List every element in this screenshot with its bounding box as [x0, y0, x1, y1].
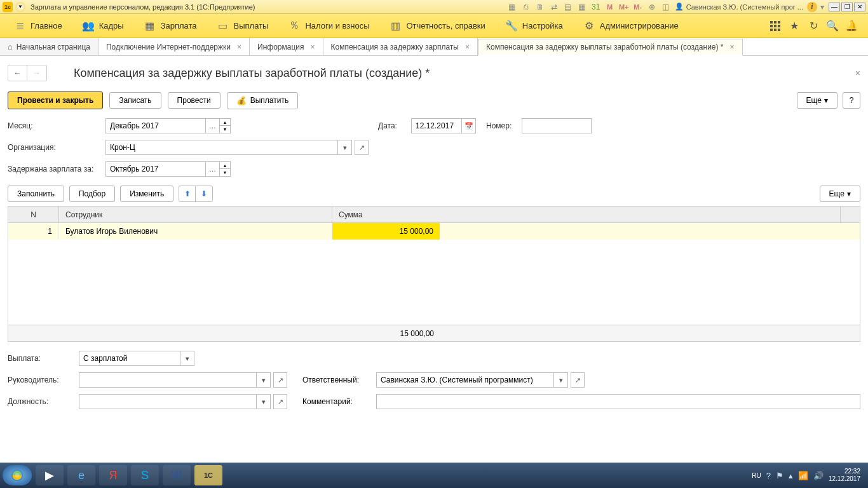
payout-select[interactable]	[79, 351, 180, 366]
task-skype-icon[interactable]: S	[131, 465, 159, 485]
month-ellipsis-button[interactable]: …	[206, 118, 220, 133]
menu-settings[interactable]: 🔧Настройка	[496, 14, 573, 37]
responsible-input[interactable]	[376, 372, 554, 388]
tray-flag-icon[interactable]: ⚑	[776, 471, 783, 480]
post-and-close-button[interactable]: Провести и закрыть	[8, 92, 103, 109]
cell-sum[interactable]: 15 000,00	[332, 223, 440, 240]
info-icon[interactable]: i	[807, 2, 817, 12]
m-plus-icon[interactable]: M+	[619, 2, 629, 12]
position-dropdown-button[interactable]: ▾	[257, 394, 271, 409]
menu-salary[interactable]: ▦Зарплата	[134, 14, 207, 37]
write-button[interactable]: Записать	[109, 92, 161, 109]
menu-reports[interactable]: ▥Отчетность, справки	[380, 14, 496, 37]
menu-payments[interactable]: ▭Выплаты	[207, 14, 279, 37]
save-icon[interactable]: ▦	[507, 2, 517, 12]
payout-dropdown-button[interactable]: ▾	[180, 351, 194, 366]
comment-input[interactable]	[376, 394, 860, 409]
tray-chevron-icon[interactable]: ▴	[789, 471, 793, 480]
delayed-spinner[interactable]: ▲▼	[220, 161, 231, 177]
table-more-button[interactable]: Еще▾	[820, 186, 860, 202]
org-input[interactable]	[105, 140, 338, 155]
change-button[interactable]: Изменить	[120, 186, 173, 202]
delayed-input[interactable]	[105, 161, 206, 177]
org-dropdown-button[interactable]: ▾	[338, 140, 352, 155]
tab-info[interactable]: Информация×	[250, 38, 323, 55]
position-open-button[interactable]: ↗	[273, 394, 287, 409]
pick-button[interactable]: Подбор	[69, 186, 115, 202]
tab-close-icon[interactable]: ×	[311, 43, 315, 51]
spinner-down-icon[interactable]: ▼	[220, 126, 230, 133]
task-yandex-icon[interactable]: Я	[99, 465, 127, 485]
page-close-icon[interactable]: ×	[855, 68, 860, 78]
month-input[interactable]	[105, 118, 206, 133]
maximize-button[interactable]: ❐	[841, 3, 853, 11]
start-button[interactable]	[3, 465, 32, 485]
history-icon[interactable]: ↻	[807, 20, 820, 32]
org-open-button[interactable]: ↗	[355, 140, 369, 155]
minimize-button[interactable]: —	[829, 3, 840, 11]
zoom-icon[interactable]: ⊕	[647, 2, 657, 12]
tab-compensation-create[interactable]: Компенсация за задержку выплаты заработн…	[478, 39, 743, 56]
print-icon[interactable]: ⎙	[521, 2, 531, 12]
tab-close-icon[interactable]: ×	[237, 43, 241, 51]
m-minus-icon[interactable]: M-	[633, 2, 643, 12]
close-button[interactable]: ✕	[854, 3, 865, 11]
manager-open-button[interactable]: ↗	[273, 372, 287, 388]
apps-icon[interactable]	[769, 20, 782, 32]
table-row[interactable]: 1 Булатов Игорь Виленович 15 000,00	[8, 223, 860, 240]
date-input[interactable]	[411, 118, 462, 133]
date-icon[interactable]: 31	[591, 2, 601, 12]
spinner-up-icon[interactable]: ▲	[220, 119, 230, 126]
tab-support[interactable]: Подключение Интернет-поддержки×	[98, 38, 250, 55]
panel-icon[interactable]: ◫	[661, 2, 671, 12]
compare-icon[interactable]: ⇄	[549, 2, 559, 12]
task-ie-icon[interactable]: e	[67, 465, 95, 485]
tab-home[interactable]: ⌂Начальная страница	[0, 38, 98, 55]
calc-icon[interactable]: ▤	[563, 2, 573, 12]
spinner-down-icon[interactable]: ▼	[220, 169, 230, 176]
tab-close-icon[interactable]: ×	[465, 43, 470, 51]
spinner-up-icon[interactable]: ▲	[220, 162, 230, 169]
responsible-open-button[interactable]: ↗	[571, 372, 585, 388]
back-button[interactable]: ←	[8, 65, 27, 81]
manager-input[interactable]	[79, 372, 257, 388]
doc-icon[interactable]: 🗎	[535, 2, 545, 12]
manager-dropdown-button[interactable]: ▾	[257, 372, 271, 388]
fill-button[interactable]: Заполнить	[8, 186, 64, 202]
task-media-icon[interactable]: ▶	[36, 465, 64, 485]
forward-button[interactable]: →	[27, 65, 46, 81]
m-icon[interactable]: M	[605, 2, 615, 12]
task-word-icon[interactable]: W	[163, 465, 191, 485]
col-n[interactable]: N	[8, 207, 59, 222]
menu-main[interactable]: ≣Главное	[4, 14, 72, 37]
info-dropdown-icon[interactable]: ▾	[817, 2, 827, 12]
tab-close-icon[interactable]: ×	[730, 43, 735, 51]
responsible-dropdown-button[interactable]: ▾	[554, 372, 568, 388]
move-up-button[interactable]: ⬆	[179, 186, 196, 201]
menu-staff[interactable]: 👥Кадры	[72, 14, 134, 37]
tray-help-icon[interactable]: ?	[766, 471, 771, 480]
post-button[interactable]: Провести	[168, 92, 220, 109]
calendar-icon[interactable]: ▦	[577, 2, 587, 12]
col-employee[interactable]: Сотрудник	[59, 207, 332, 222]
col-sum[interactable]: Сумма	[332, 207, 841, 222]
task-1c-icon[interactable]: 1C	[194, 465, 222, 485]
calendar-button[interactable]: 📅	[462, 118, 476, 133]
menu-admin[interactable]: ⚙Администрирование	[573, 14, 689, 37]
help-button[interactable]: ?	[843, 92, 860, 109]
move-down-button[interactable]: ⬇	[196, 186, 212, 201]
more-button[interactable]: Еще▾	[797, 92, 837, 109]
delayed-ellipsis-button[interactable]: …	[206, 161, 220, 177]
tray-sound-icon[interactable]: 🔊	[813, 471, 824, 480]
month-spinner[interactable]: ▲▼	[220, 118, 231, 133]
position-input[interactable]	[79, 394, 257, 409]
clock[interactable]: 22:32 12.12.2017	[829, 468, 860, 483]
search-icon[interactable]: 🔍	[826, 20, 839, 32]
pay-button[interactable]: 💰Выплатить	[227, 92, 299, 109]
lang-indicator[interactable]: RU	[752, 472, 761, 479]
bell-icon[interactable]: 🔔	[845, 20, 858, 32]
menu-taxes[interactable]: ％Налоги и взносы	[278, 14, 379, 37]
star-icon[interactable]: ★	[788, 20, 801, 32]
tray-network-icon[interactable]: 📶	[798, 471, 808, 480]
dropdown-icon[interactable]: ▼	[15, 2, 25, 12]
